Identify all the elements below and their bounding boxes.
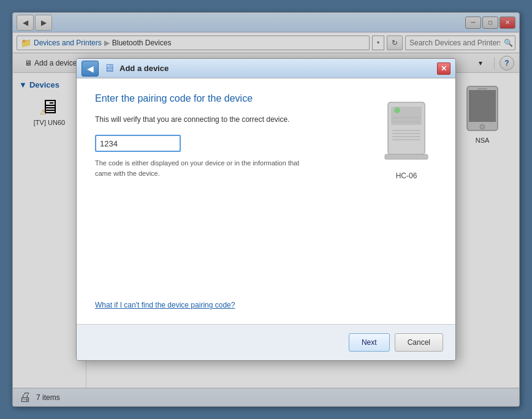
back-arrow-icon: ◀ — [87, 64, 94, 74]
dialog-title-icon: 🖥 — [104, 62, 115, 75]
svg-point-6 — [394, 107, 400, 113]
dialog-left-panel: Enter the pairing code for the device Th… — [95, 93, 363, 309]
dialog-title-bar: ◀ 🖥 Add a device ✕ — [77, 59, 455, 78]
hc06-device-icon — [379, 99, 434, 167]
dialog-back-button[interactable]: ◀ — [82, 61, 99, 77]
dialog-overlay: ◀ 🖥 Add a device ✕ Enter the pairing cod… — [13, 13, 519, 406]
what-if-link[interactable]: What if I can't find the device pairing … — [95, 301, 235, 309]
dialog-heading: Enter the pairing code for the device — [95, 93, 363, 104]
svg-rect-9 — [392, 130, 420, 131]
dialog-title-text: Add a device — [120, 64, 169, 73]
svg-rect-10 — [392, 133, 420, 134]
add-device-dialog: ◀ 🖥 Add a device ✕ Enter the pairing cod… — [76, 58, 456, 361]
input-hint-text: The code is either displayed on your dev… — [95, 158, 303, 178]
next-button[interactable]: Next — [349, 333, 390, 352]
device-name-label: HC-06 — [396, 172, 417, 180]
svg-rect-13 — [385, 154, 428, 159]
cancel-button[interactable]: Cancel — [395, 333, 443, 352]
main-window: ◀ ▶ ─ □ ✕ 📁 Devices and Printers ▶ Bluet… — [12, 12, 520, 407]
dialog-close-button[interactable]: ✕ — [437, 62, 450, 75]
pairing-code-input[interactable] — [95, 135, 181, 152]
device-illustration: HC-06 — [376, 93, 437, 309]
svg-rect-11 — [392, 136, 420, 137]
dialog-footer: Next Cancel — [77, 324, 455, 360]
dialog-title-left: ◀ 🖥 Add a device — [82, 61, 169, 77]
svg-rect-8 — [392, 121, 420, 123]
dialog-description: This will verify that you are connecting… — [95, 114, 363, 125]
svg-rect-7 — [392, 116, 420, 119]
svg-rect-12 — [392, 139, 420, 140]
dialog-content: Enter the pairing code for the device Th… — [77, 78, 455, 324]
